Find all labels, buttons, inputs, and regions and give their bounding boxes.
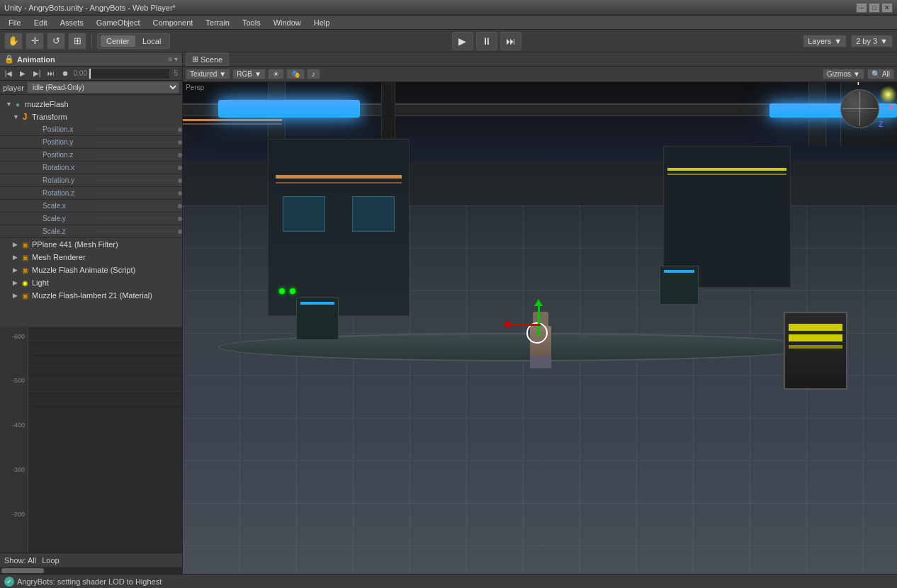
scene-tab[interactable]: ⊞ Scene xyxy=(186,52,229,66)
timeline-area: -600 -500 -400 -300 -200 -100 0 100 200 … xyxy=(0,327,182,553)
menu-component[interactable]: Component xyxy=(147,17,198,28)
box-center xyxy=(660,266,699,305)
nav-sphere xyxy=(840,89,879,128)
menu-help[interactable]: Help xyxy=(308,17,336,28)
menu-file[interactable]: File xyxy=(3,17,27,28)
textured-dropdown[interactable]: Textured ▼ xyxy=(186,69,230,79)
animation-timeline[interactable] xyxy=(89,68,170,79)
pplane-label: PPlane 441 (Mesh Filter) xyxy=(32,240,118,249)
prop-name-posx: Position.x xyxy=(43,125,92,133)
left-panel-bottom: Show: All Loop xyxy=(0,553,182,567)
tree-item-transform[interactable]: ▼ J Transform xyxy=(0,111,182,123)
animation-panel-header: 🔒 Animation ≡ ▾ xyxy=(0,52,182,67)
animation-panel-title: Animation xyxy=(17,55,55,64)
tl-minus200: -200 xyxy=(12,511,25,518)
prop-dots xyxy=(178,230,182,234)
tree-item-light[interactable]: ▶ ◉ Light xyxy=(0,276,182,289)
gizmo-arrow-up xyxy=(538,305,540,337)
scene-character xyxy=(523,312,558,368)
maximize-button[interactable]: □ xyxy=(869,3,880,13)
prop-name-rotz: Rotation.z xyxy=(43,189,92,197)
layers-dropdown[interactable]: Layers ▼ xyxy=(803,35,847,47)
window-title: Unity - AngryBots.unity - AngryBots - We… xyxy=(4,4,176,12)
machine-yellow xyxy=(784,312,847,390)
horizontal-scrollbar[interactable] xyxy=(0,567,182,574)
prop-row-roty: Rotation.y xyxy=(0,174,182,187)
tree-item-muzzleflash[interactable]: ▼ ● muzzleFlash xyxy=(0,98,182,111)
play-button[interactable]: ▶ xyxy=(452,32,473,50)
prop-name-rotx: Rotation.x xyxy=(43,164,92,171)
scrollbar-thumb[interactable] xyxy=(1,568,44,573)
light-label: Light xyxy=(32,278,49,287)
dark-stripe xyxy=(789,345,842,349)
all-label: All xyxy=(882,70,890,78)
tool-scale[interactable]: ⊞ xyxy=(68,33,86,50)
tool-hand[interactable]: ✋ xyxy=(4,33,23,50)
menu-edit[interactable]: Edit xyxy=(28,17,53,28)
prop-line xyxy=(95,167,175,168)
menu-window[interactable]: Window xyxy=(268,17,307,28)
anim-prev-frame[interactable]: |◀ xyxy=(2,68,15,79)
all-dropdown[interactable]: 🔍 All xyxy=(867,69,894,79)
mesh-renderer-label: Mesh Renderer xyxy=(32,253,86,261)
tree-item-mesh-renderer[interactable]: ▶ ▣ Mesh Renderer xyxy=(0,251,182,264)
audio-button[interactable]: ♪ xyxy=(307,69,320,79)
prop-name-scaley: Scale.y xyxy=(43,215,92,222)
yellow-stripe-1 xyxy=(789,324,842,327)
nav-x-label: X xyxy=(888,103,893,111)
prop-line xyxy=(95,193,175,193)
prop-name-posz: Position.z xyxy=(43,151,92,159)
prop-dots xyxy=(178,191,182,196)
layout-dropdown[interactable]: 2 by 3 ▼ xyxy=(851,35,893,47)
fx-button[interactable]: 🎭 xyxy=(286,69,305,79)
tree-item-pplane[interactable]: ▶ ▣ PPlane 441 (Mesh Filter) xyxy=(0,238,182,251)
menu-tools[interactable]: Tools xyxy=(237,17,266,28)
tool-move[interactable]: ✛ xyxy=(26,33,44,50)
minimize-button[interactable]: ─ xyxy=(856,3,867,13)
tree-item-muzzle-animate[interactable]: ▶ ▣ Muzzle Flash Animate (Script) xyxy=(0,264,182,276)
rgb-dropdown[interactable]: RGB ▼ xyxy=(232,69,266,79)
tree-item-material[interactable]: ▶ ▣ Muzzle Flash-lambert 21 (Material) xyxy=(0,289,182,302)
prop-line xyxy=(95,154,175,155)
anim-end[interactable]: ⏭ xyxy=(45,68,57,79)
play-controls: ▶ ⏸ ⏭ xyxy=(173,32,800,50)
menu-gameobject[interactable]: GameObject xyxy=(91,17,146,28)
window-controls: ─ □ ✕ xyxy=(856,3,893,13)
transform-icon: J xyxy=(20,112,30,122)
hierarchy-panel: ▼ ● muzzleFlash ▼ J Transform Position.x xyxy=(0,95,182,327)
prop-dots xyxy=(178,128,182,132)
nav-y-label: Y xyxy=(856,82,861,86)
local-button[interactable]: Local xyxy=(137,35,167,47)
expand-arrow: ▶ xyxy=(13,266,20,273)
scene-toolbar-right: Gizmos ▼ 🔍 All xyxy=(823,69,894,79)
prop-line xyxy=(95,180,175,181)
scene-viewport[interactable]: X Y Z Persp xyxy=(183,82,897,574)
tl-minus600: -600 xyxy=(12,333,25,340)
menu-terrain[interactable]: Terrain xyxy=(200,17,235,28)
tool-rotate[interactable]: ↺ xyxy=(47,33,65,50)
gizmos-dropdown[interactable]: Gizmos ▼ xyxy=(823,69,864,79)
sun-button[interactable]: ☀ xyxy=(268,69,284,79)
anim-next-frame[interactable]: ▶| xyxy=(30,68,43,79)
panel-menu-icon[interactable]: ≡ ▾ xyxy=(168,55,178,63)
scene-panel: ⊞ Scene Textured ▼ RGB ▼ ☀ 🎭 ♪ Gizmos ▼ xyxy=(183,52,897,574)
idle-dropdown[interactable]: idle (Read-Only) xyxy=(27,81,179,94)
prop-row-posz: Position.z xyxy=(0,149,182,162)
step-button[interactable]: ⏭ xyxy=(500,32,521,50)
expand-arrow: ▼ xyxy=(13,113,20,120)
expand-arrow: ▼ xyxy=(6,101,13,108)
menu-assets[interactable]: Assets xyxy=(55,17,89,28)
anim-play[interactable]: ▶ xyxy=(16,68,29,79)
close-button[interactable]: ✕ xyxy=(881,3,893,13)
center-button[interactable]: Center xyxy=(101,35,135,47)
dropdown-arrow: ▼ xyxy=(853,70,860,78)
pause-button[interactable]: ⏸ xyxy=(476,32,497,50)
scene-tab-icon: ⊞ xyxy=(192,55,198,64)
search-icon: 🔍 xyxy=(871,70,880,78)
timeline-end: 5 xyxy=(171,69,180,77)
player-label: player xyxy=(3,84,24,92)
box-left-1 xyxy=(296,298,339,340)
anim-record[interactable]: ⏺ xyxy=(59,68,72,79)
dropdown-arrow: ▼ xyxy=(219,70,226,78)
animation-toolbar: |◀ ▶ ▶| ⏭ ⏺ 0:00 5 xyxy=(0,67,182,81)
